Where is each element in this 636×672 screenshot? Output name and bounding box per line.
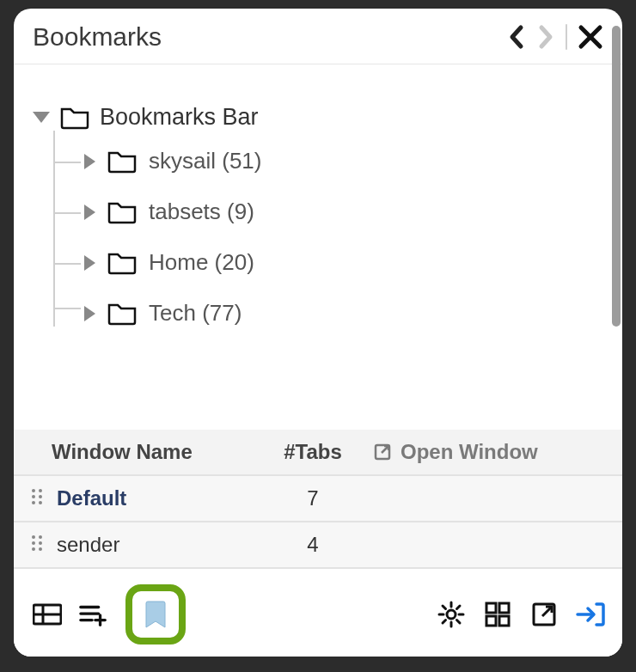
add-list-button[interactable] — [79, 600, 108, 629]
window-name: Default — [57, 486, 126, 510]
scrollbar[interactable] — [612, 26, 621, 327]
window-tab-count: 4 — [253, 533, 373, 557]
open-external-icon — [373, 443, 392, 461]
bookmark-toggle-button[interactable] — [125, 584, 186, 645]
chevron-right-icon — [84, 154, 95, 169]
svg-line-30 — [457, 606, 461, 609]
svg-rect-32 — [486, 603, 496, 613]
tree-item[interactable]: skysail (51) — [55, 136, 603, 186]
extension-panel: Bookmarks Bookmarks Bar — [14, 9, 622, 657]
bookmark-icon — [143, 600, 168, 629]
table-header: Window Name #Tabs Open Window — [14, 430, 622, 476]
svg-point-4 — [39, 489, 42, 492]
tree-children: skysail (51) tabsets (9) Home (20) Tech … — [53, 131, 603, 327]
nav-back-button[interactable] — [507, 24, 526, 50]
svg-rect-33 — [499, 603, 509, 613]
window-name: sender — [57, 533, 119, 557]
svg-point-13 — [32, 547, 35, 551]
svg-point-8 — [39, 501, 42, 504]
chevron-down-icon — [33, 112, 50, 123]
tree-root-item[interactable]: Bookmarks Bar — [33, 104, 603, 131]
bookmarks-tree: Bookmarks Bar skysail (51) tabsets (9) H… — [14, 64, 622, 430]
folder-icon — [107, 302, 137, 326]
folder-icon — [107, 150, 137, 174]
tree-item-label: Tech (77) — [149, 300, 242, 327]
tree-item-label: tabsets (9) — [149, 199, 254, 225]
settings-button[interactable] — [437, 600, 466, 629]
chevron-right-icon — [84, 205, 95, 220]
svg-point-9 — [32, 535, 35, 539]
chevron-right-icon — [84, 306, 95, 321]
chevron-left-icon — [507, 24, 526, 50]
list-view-button[interactable] — [33, 600, 62, 629]
svg-line-28 — [443, 606, 446, 609]
folder-icon — [60, 106, 89, 130]
svg-line-29 — [457, 620, 461, 624]
panel-title: Bookmarks — [33, 22, 507, 52]
login-icon — [576, 602, 605, 627]
window-tab-count: 7 — [253, 486, 373, 510]
chevron-right-icon — [536, 24, 555, 50]
svg-point-3 — [32, 489, 35, 492]
grid-view-button[interactable] — [483, 600, 512, 629]
close-icon — [578, 24, 603, 50]
tree-item-label: skysail (51) — [149, 148, 261, 174]
svg-rect-34 — [486, 616, 496, 626]
divider — [566, 24, 567, 50]
svg-point-23 — [447, 610, 456, 619]
tree-item-label: Home (20) — [149, 249, 254, 276]
tree-item[interactable]: tabsets (9) — [55, 186, 603, 237]
nav-forward-button[interactable] — [536, 24, 555, 50]
svg-point-11 — [32, 541, 35, 545]
svg-point-5 — [32, 495, 35, 498]
playlist-add-icon — [79, 602, 108, 627]
list-icon — [33, 602, 62, 626]
bottom-toolbar — [14, 569, 622, 657]
panel-header: Bookmarks — [14, 9, 622, 64]
svg-rect-35 — [499, 616, 509, 626]
svg-point-6 — [39, 495, 42, 498]
chevron-right-icon — [84, 255, 95, 271]
open-window-button[interactable]: Open Window — [373, 440, 607, 464]
tree-root-label: Bookmarks Bar — [100, 104, 259, 131]
open-external-icon — [531, 602, 557, 627]
svg-point-7 — [32, 501, 35, 504]
drag-handle-icon[interactable] — [29, 533, 45, 557]
svg-point-10 — [39, 535, 42, 539]
grid-icon — [485, 602, 511, 627]
open-window-label: Open Window — [401, 440, 538, 464]
svg-line-31 — [443, 620, 446, 624]
popout-button[interactable] — [529, 600, 559, 629]
col-header-tabs: #Tabs — [253, 440, 373, 464]
tree-item[interactable]: Home (20) — [55, 237, 603, 288]
table-row[interactable]: Default 7 — [14, 476, 622, 522]
svg-point-14 — [39, 547, 42, 551]
close-button[interactable] — [578, 24, 603, 50]
folder-icon — [107, 200, 137, 224]
header-actions — [507, 24, 603, 50]
col-header-name: Window Name — [29, 440, 253, 464]
gear-icon — [437, 601, 465, 628]
drag-handle-icon[interactable] — [29, 486, 45, 510]
windows-table: Window Name #Tabs Open Window Default 7 — [14, 430, 622, 569]
folder-icon — [107, 251, 137, 275]
login-button[interactable] — [576, 600, 605, 629]
svg-point-12 — [39, 541, 42, 545]
table-row[interactable]: sender 4 — [14, 522, 622, 569]
tree-item[interactable]: Tech (77) — [55, 288, 603, 327]
